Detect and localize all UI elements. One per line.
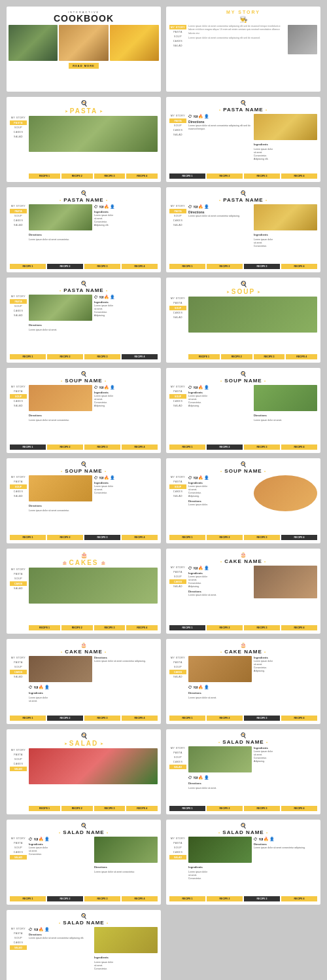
- recipe-btn-2[interactable]: RECIPE 2: [207, 173, 243, 179]
- nav-pasta[interactable]: PASTA: [10, 841, 27, 845]
- nav-my-story[interactable]: MY STORY: [169, 746, 186, 750]
- nav-cakes[interactable]: CAKES: [169, 128, 186, 132]
- nav-cakes[interactable]: CAKES: [10, 399, 27, 403]
- nav-salad-active[interactable]: SALAD: [10, 855, 27, 860]
- nav-pasta-active[interactable]: PASTA: [169, 118, 186, 123]
- nav-salad[interactable]: SALAD: [10, 494, 27, 498]
- nav-my-story[interactable]: MY STORY: [10, 927, 27, 931]
- nav-salad[interactable]: SALAD: [169, 404, 186, 408]
- recipe-btn-3[interactable]: RECIPE 3: [84, 896, 120, 901]
- nav-salad[interactable]: SALAD: [10, 404, 27, 408]
- recipe-btn-3[interactable]: RECIPE 3: [254, 354, 285, 359]
- nav-cakes[interactable]: CAKES: [10, 130, 27, 134]
- recipe-btn-2[interactable]: RECIPE 2: [207, 716, 243, 721]
- nav-soup[interactable]: SOUP: [169, 846, 186, 850]
- nav-salad-active[interactable]: SALAD: [169, 855, 186, 860]
- recipe-btn-4[interactable]: RECIPE 4: [281, 806, 317, 811]
- nav-soup[interactable]: SOUP: [169, 665, 186, 669]
- nav-my-story[interactable]: MY STORY: [169, 475, 186, 479]
- nav-cakes[interactable]: CAKES: [10, 762, 27, 766]
- recipe-btn-4[interactable]: RECIPE 4: [126, 625, 158, 630]
- nav-pasta[interactable]: PASTA: [169, 661, 186, 664]
- recipe-btn-1[interactable]: RECIPE 1: [169, 445, 205, 450]
- nav-salad[interactable]: SALAD: [10, 314, 27, 318]
- recipe-btn-3[interactable]: RECIPE 3: [84, 445, 120, 450]
- nav-salad[interactable]: SALAD: [169, 316, 186, 319]
- recipe-btn-1[interactable]: RECIPE 1: [29, 806, 60, 811]
- recipe-btn-1[interactable]: RECIPE 1: [10, 264, 46, 269]
- recipe-btn-4[interactable]: RECIPE 4: [126, 806, 158, 811]
- recipe-btn-1[interactable]: RECIPE 1: [10, 716, 46, 721]
- nav-cakes-active[interactable]: CAKES: [169, 579, 186, 584]
- nav-pasta[interactable]: PASTA: [169, 480, 186, 484]
- recipe-btn-1[interactable]: RECIPE 1: [169, 535, 205, 540]
- nav-pasta-active[interactable]: PASTA: [10, 299, 27, 304]
- nav-pasta[interactable]: PASTA: [169, 841, 186, 845]
- recipe-btn-1[interactable]: RECIPE 1: [169, 716, 205, 721]
- recipe-btn-4[interactable]: RECIPE 4: [126, 173, 158, 179]
- recipe-btn-1[interactable]: RECIPE 1: [29, 625, 60, 630]
- nav-my-story[interactable]: MY STORY: [169, 656, 186, 660]
- recipe-btn-3-active[interactable]: RECIPE 3: [244, 716, 280, 721]
- nav-salad-active[interactable]: SALAD: [169, 765, 186, 769]
- recipe-btn-2[interactable]: RECIPE 2: [207, 264, 243, 269]
- recipe-btn-3[interactable]: RECIPE 3: [84, 354, 120, 359]
- recipe-btn-4-active[interactable]: RECIPE 4: [122, 354, 158, 359]
- recipe-btn-1[interactable]: RECIPE 1: [29, 173, 60, 179]
- nav-cakes[interactable]: CAKES: [10, 941, 27, 945]
- recipe-btn-2-active[interactable]: RECIPE 2: [207, 445, 243, 450]
- nav-cakes-active[interactable]: CAKES: [10, 670, 27, 674]
- recipe-btn-4[interactable]: RECIPE 4: [281, 264, 317, 269]
- nav-my-story[interactable]: MY STORY: [169, 297, 186, 300]
- recipe-btn-1[interactable]: RECIPE 1: [169, 896, 205, 901]
- recipe-btn-1-active[interactable]: RECIPE 1: [169, 625, 205, 630]
- recipe-btn-2[interactable]: RECIPE 2: [61, 806, 93, 811]
- recipe-btn-4[interactable]: RECIPE 4: [122, 264, 158, 269]
- recipe-btn-4[interactable]: RECIPE 4: [281, 896, 317, 901]
- recipe-btn-2[interactable]: RECIPE 2: [47, 535, 83, 540]
- recipe-btn-3[interactable]: RECIPE 3: [244, 806, 280, 811]
- recipe-btn-4[interactable]: RECIPE 4: [122, 445, 158, 450]
- nav-pasta[interactable]: PASTA: [169, 390, 186, 393]
- nav-my-story[interactable]: MY STORY: [10, 475, 27, 479]
- nav-soup[interactable]: SOUP: [10, 936, 27, 940]
- nav-my-story[interactable]: MY STORY: [10, 568, 27, 572]
- recipe-btn-4[interactable]: RECIPE 4: [281, 625, 317, 630]
- nav-soup[interactable]: SOUP: [10, 214, 27, 218]
- nav-soup[interactable]: SOUP: [169, 575, 186, 579]
- recipe-btn-4[interactable]: RECIPE 4: [122, 535, 158, 540]
- recipe-btn-4[interactable]: RECIPE 4: [281, 173, 317, 179]
- recipe-btn-3[interactable]: RECIPE 3: [94, 173, 126, 179]
- nav-pasta-active[interactable]: PASTA: [169, 209, 186, 213]
- nav-my-story[interactable]: MY STORY: [10, 385, 27, 389]
- nav-salad[interactable]: SALAD: [10, 135, 27, 139]
- recipe-btn-3[interactable]: RECIPE 3: [94, 806, 126, 811]
- nav-cakes[interactable]: CAKES: [169, 490, 186, 494]
- recipe-btn-1[interactable]: RECIPE 1: [10, 896, 46, 901]
- nav-salad-active[interactable]: SALAD: [10, 945, 27, 950]
- nav-cakes[interactable]: CAKES: [169, 760, 186, 764]
- recipe-btn-2-active[interactable]: RECIPE 2: [47, 264, 83, 269]
- recipe-btn-3[interactable]: RECIPE 3: [84, 716, 120, 721]
- nav-cakes[interactable]: CAKES: [169, 399, 186, 403]
- nav-cakes-active[interactable]: CAKES: [10, 581, 27, 586]
- nav-pasta[interactable]: PASTA: [169, 30, 186, 34]
- recipe-btn-1[interactable]: RECIPE 1: [10, 354, 46, 359]
- nav-salad[interactable]: SALAD: [169, 675, 186, 679]
- nav-my-story[interactable]: MY STORY: [169, 204, 186, 208]
- nav-soup[interactable]: SOUP: [10, 757, 27, 761]
- recipe-btn-3[interactable]: RECIPE 3: [244, 625, 280, 630]
- nav-cakes[interactable]: CAKES: [169, 219, 186, 223]
- nav-pasta[interactable]: PASTA: [10, 120, 27, 125]
- nav-salad[interactable]: SALAD: [169, 133, 186, 137]
- nav-soup-active[interactable]: SOUP: [169, 484, 186, 489]
- recipe-btn-1-active[interactable]: RECIPE 1: [169, 806, 205, 811]
- nav-salad[interactable]: SALAD: [169, 44, 186, 48]
- nav-pasta[interactable]: PASTA: [169, 751, 186, 755]
- nav-pasta[interactable]: PASTA: [10, 390, 27, 393]
- recipe-btn-4[interactable]: RECIPE 4: [281, 716, 317, 721]
- nav-pasta-active[interactable]: PASTA: [10, 209, 27, 213]
- nav-salad[interactable]: SALAD: [169, 494, 186, 498]
- recipe-btn-2[interactable]: RECIPE 2: [207, 625, 243, 630]
- nav-pasta[interactable]: PASTA: [169, 301, 186, 305]
